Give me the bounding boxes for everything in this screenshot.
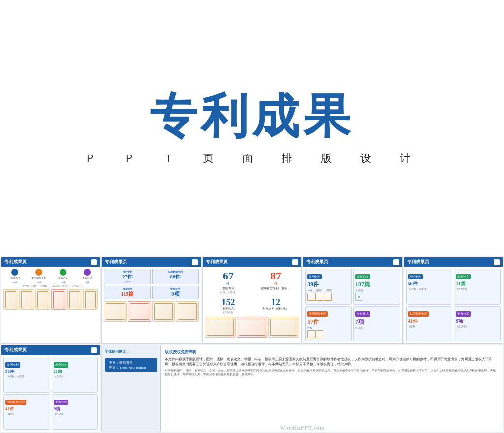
thumb-body-1: 发明专利 实用新型专利 发表论文 专有技术 88件87件99篇9项 （27授权 [1, 267, 100, 343]
thumb-cell-7: 字体使用建议： 中文：微软雅黑 英文：Times New Roman 版权授权免… [101, 345, 503, 432]
thumb-header-2: 专利成果页 [102, 257, 200, 267]
thumb-header-3: 专利成果页 [203, 257, 301, 267]
desc-font-panel: 字体使用建议： 中文：微软雅黑 英文：Times New Roman [102, 345, 161, 432]
thumb-cell-3: 专利成果页 67 件 发明专利 （4项，16受理） 87 件 实用新型专利（授权… [202, 257, 302, 344]
font-recommendation: 中文：微软雅黑 英文：Times New Roman [105, 358, 158, 372]
thumb-cell-5: 专利成果页 发明专利 56件 （4授权，52受理） 发表论文 11篇 （含专利）… [404, 257, 503, 344]
thumb-body-5: 发明专利 56件 （4授权，52受理） 发表论文 11篇 （含专利） 实用新型专… [404, 267, 503, 343]
thumb-header-6: 专利成果页 [1, 345, 100, 355]
thumb-body-7: 字体使用建议： 中文：微软雅黑 英文：Times New Roman 版权授权免… [102, 345, 503, 432]
watermark-text: WordinPPT.com [102, 424, 503, 432]
thumb-body-2: 发明专利 27件 （已授权） 实用新型专利 88件 发表论文 119篇 专有技术… [102, 267, 200, 343]
hero-section: 专利成果 Ｐ Ｐ Ｔ 页 面 排 版 设 计 [0, 0, 504, 256]
desc-text-panel: 版权授权免责声明 本文件内容属于排版设计，图片、图标、发表论文、学报、科杂、板权… [161, 345, 503, 432]
hero-title: 专利成果 [150, 90, 354, 142]
thumb-header-1: 专利成果页 [1, 257, 100, 267]
thumb-cell-2: 专利成果页 发明专利 27件 （已授权） 实用新型专利 88件 发表论文 119… [101, 257, 201, 344]
hero-subtitle: Ｐ Ｐ Ｔ 页 面 排 版 设 计 [85, 151, 419, 166]
desc-body: 本文件内容属于排版设计，图片、图标、发表论文、学报、科杂、板权等主要来源国家文献… [165, 357, 499, 367]
thumb-cell-1: 专利成果页 发明专利 实用新型专利 发表论文 专有技术 [1, 257, 100, 344]
thumb-cell-4: 专利成果页 发明专利 39件 39件，22授权，17受理 发表论文 107篇 [303, 257, 402, 344]
thumb-body-6: 发明专利 56件 （4授权，52受理） 发表论文 11篇 （含专利） 实用新型专… [1, 355, 100, 432]
thumb-cell-6: 专利成果页 发明专利 56件 （4授权，52受理） 发表论文 11篇 （含专利）… [1, 345, 100, 432]
desc-title: 版权授权免责声明 [165, 349, 499, 355]
thumb-header-5: 专利成果页 [404, 257, 503, 267]
thumb-body-4: 发明专利 39件 39件，22授权，17受理 发表论文 107篇 含专利 图 [303, 267, 402, 343]
thumbnail-grid: 专利成果页 发明专利 实用新型专利 发表论文 专有技术 [0, 256, 504, 433]
thumb-header-4: 专利成果页 [303, 257, 402, 267]
thumb-body-3: 67 件 发明专利 （4项，16受理） 87 件 实用新型专利（授权） 152 … [203, 267, 301, 343]
